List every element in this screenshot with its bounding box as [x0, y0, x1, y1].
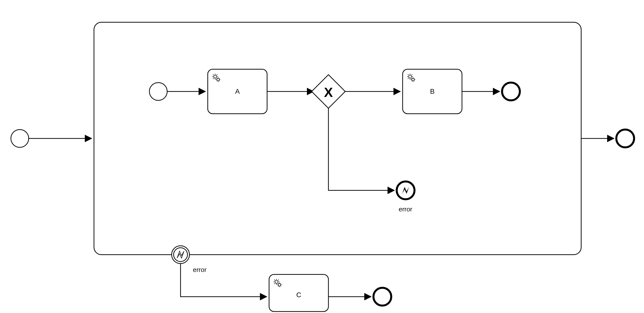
- boundary-error-event[interactable]: [172, 246, 190, 264]
- outer-end-event[interactable]: [616, 130, 634, 147]
- outer-start-event[interactable]: [11, 130, 29, 147]
- task-c-label: C: [296, 291, 301, 299]
- task-b[interactable]: B: [402, 69, 462, 114]
- task-a[interactable]: A: [208, 69, 267, 114]
- error-end-event[interactable]: [397, 182, 414, 199]
- inner-end-event[interactable]: [502, 82, 520, 100]
- bpmn-diagram: A X B error error C: [0, 0, 644, 313]
- svg-point-6: [172, 246, 190, 264]
- exclusive-gateway[interactable]: X: [312, 75, 345, 108]
- flow-gateway-to-error-end: [328, 108, 394, 190]
- x-icon: X: [324, 85, 333, 100]
- task-b-label: B: [430, 88, 435, 95]
- subprocess-container[interactable]: [94, 22, 581, 255]
- task-c[interactable]: C: [269, 274, 328, 312]
- boundary-error-label: error: [193, 266, 206, 274]
- task-a-label: A: [235, 88, 240, 95]
- inner-start-event[interactable]: [150, 82, 167, 100]
- error-end-label: error: [399, 206, 412, 213]
- lower-end-event[interactable]: [374, 288, 391, 306]
